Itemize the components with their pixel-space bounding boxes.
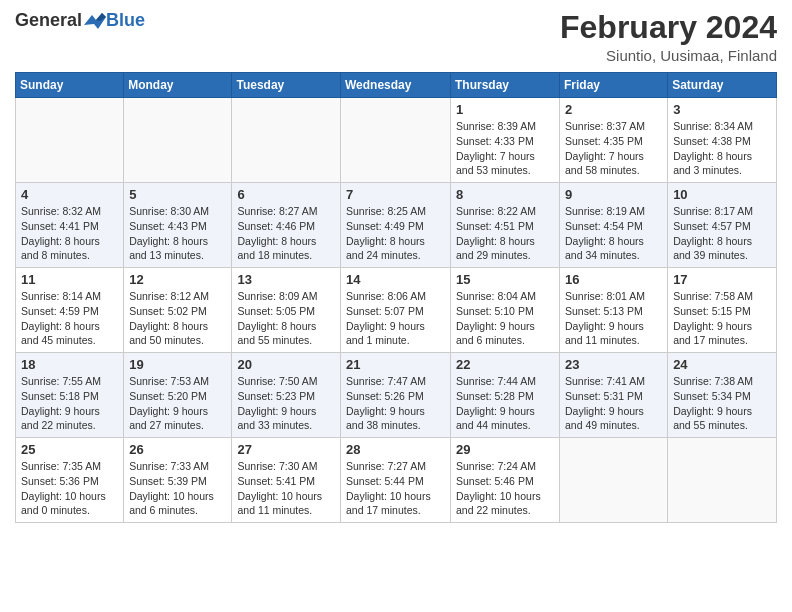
calendar-week-row: 18Sunrise: 7:55 AM Sunset: 5:18 PM Dayli…: [16, 353, 777, 438]
calendar-cell: [16, 98, 124, 183]
day-info: Sunrise: 8:01 AM Sunset: 5:13 PM Dayligh…: [565, 289, 662, 348]
calendar-cell: 17Sunrise: 7:58 AM Sunset: 5:15 PM Dayli…: [668, 268, 777, 353]
day-info: Sunrise: 7:55 AM Sunset: 5:18 PM Dayligh…: [21, 374, 118, 433]
calendar-cell: 5Sunrise: 8:30 AM Sunset: 4:43 PM Daylig…: [124, 183, 232, 268]
day-number: 15: [456, 272, 554, 287]
day-info: Sunrise: 8:34 AM Sunset: 4:38 PM Dayligh…: [673, 119, 771, 178]
day-info: Sunrise: 8:17 AM Sunset: 4:57 PM Dayligh…: [673, 204, 771, 263]
header: General Blue February 2024 Siuntio, Uusi…: [15, 10, 777, 64]
day-number: 19: [129, 357, 226, 372]
calendar-cell: 29Sunrise: 7:24 AM Sunset: 5:46 PM Dayli…: [451, 438, 560, 523]
day-info: Sunrise: 8:32 AM Sunset: 4:41 PM Dayligh…: [21, 204, 118, 263]
calendar-week-row: 1Sunrise: 8:39 AM Sunset: 4:33 PM Daylig…: [16, 98, 777, 183]
svg-marker-1: [96, 13, 106, 21]
day-number: 26: [129, 442, 226, 457]
day-number: 16: [565, 272, 662, 287]
weekday-header-friday: Friday: [560, 73, 668, 98]
calendar-cell: 19Sunrise: 7:53 AM Sunset: 5:20 PM Dayli…: [124, 353, 232, 438]
day-number: 5: [129, 187, 226, 202]
day-number: 2: [565, 102, 662, 117]
day-info: Sunrise: 8:22 AM Sunset: 4:51 PM Dayligh…: [456, 204, 554, 263]
weekday-header-saturday: Saturday: [668, 73, 777, 98]
day-info: Sunrise: 7:44 AM Sunset: 5:28 PM Dayligh…: [456, 374, 554, 433]
calendar-week-row: 25Sunrise: 7:35 AM Sunset: 5:36 PM Dayli…: [16, 438, 777, 523]
day-info: Sunrise: 7:35 AM Sunset: 5:36 PM Dayligh…: [21, 459, 118, 518]
calendar-cell: 6Sunrise: 8:27 AM Sunset: 4:46 PM Daylig…: [232, 183, 341, 268]
day-info: Sunrise: 7:53 AM Sunset: 5:20 PM Dayligh…: [129, 374, 226, 433]
day-number: 13: [237, 272, 335, 287]
day-number: 11: [21, 272, 118, 287]
day-number: 12: [129, 272, 226, 287]
day-info: Sunrise: 8:37 AM Sunset: 4:35 PM Dayligh…: [565, 119, 662, 178]
calendar-cell: 9Sunrise: 8:19 AM Sunset: 4:54 PM Daylig…: [560, 183, 668, 268]
day-info: Sunrise: 7:38 AM Sunset: 5:34 PM Dayligh…: [673, 374, 771, 433]
calendar-cell: [341, 98, 451, 183]
calendar-cell: 23Sunrise: 7:41 AM Sunset: 5:31 PM Dayli…: [560, 353, 668, 438]
day-info: Sunrise: 7:47 AM Sunset: 5:26 PM Dayligh…: [346, 374, 445, 433]
day-number: 24: [673, 357, 771, 372]
day-number: 4: [21, 187, 118, 202]
day-number: 18: [21, 357, 118, 372]
calendar-cell: 13Sunrise: 8:09 AM Sunset: 5:05 PM Dayli…: [232, 268, 341, 353]
calendar-cell: 11Sunrise: 8:14 AM Sunset: 4:59 PM Dayli…: [16, 268, 124, 353]
calendar-cell: 10Sunrise: 8:17 AM Sunset: 4:57 PM Dayli…: [668, 183, 777, 268]
day-number: 21: [346, 357, 445, 372]
calendar-cell: 27Sunrise: 7:30 AM Sunset: 5:41 PM Dayli…: [232, 438, 341, 523]
calendar-cell: 4Sunrise: 8:32 AM Sunset: 4:41 PM Daylig…: [16, 183, 124, 268]
calendar-cell: 21Sunrise: 7:47 AM Sunset: 5:26 PM Dayli…: [341, 353, 451, 438]
day-number: 20: [237, 357, 335, 372]
logo-blue-text: Blue: [106, 10, 145, 31]
title-location: Siuntio, Uusimaa, Finland: [560, 47, 777, 64]
calendar-cell: 2Sunrise: 8:37 AM Sunset: 4:35 PM Daylig…: [560, 98, 668, 183]
page: General Blue February 2024 Siuntio, Uusi…: [0, 0, 792, 612]
calendar-header-row: SundayMondayTuesdayWednesdayThursdayFrid…: [16, 73, 777, 98]
weekday-header-wednesday: Wednesday: [341, 73, 451, 98]
calendar-cell: 3Sunrise: 8:34 AM Sunset: 4:38 PM Daylig…: [668, 98, 777, 183]
calendar-week-row: 4Sunrise: 8:32 AM Sunset: 4:41 PM Daylig…: [16, 183, 777, 268]
logo: General Blue: [15, 10, 145, 31]
calendar-cell: [668, 438, 777, 523]
day-number: 8: [456, 187, 554, 202]
day-info: Sunrise: 7:24 AM Sunset: 5:46 PM Dayligh…: [456, 459, 554, 518]
day-number: 14: [346, 272, 445, 287]
calendar-cell: 7Sunrise: 8:25 AM Sunset: 4:49 PM Daylig…: [341, 183, 451, 268]
calendar-cell: 14Sunrise: 8:06 AM Sunset: 5:07 PM Dayli…: [341, 268, 451, 353]
title-month: February 2024: [560, 10, 777, 45]
calendar-table: SundayMondayTuesdayWednesdayThursdayFrid…: [15, 72, 777, 523]
logo-general-text: General: [15, 10, 82, 31]
calendar-cell: [560, 438, 668, 523]
calendar-cell: [124, 98, 232, 183]
day-info: Sunrise: 8:25 AM Sunset: 4:49 PM Dayligh…: [346, 204, 445, 263]
calendar-cell: 22Sunrise: 7:44 AM Sunset: 5:28 PM Dayli…: [451, 353, 560, 438]
calendar-cell: 12Sunrise: 8:12 AM Sunset: 5:02 PM Dayli…: [124, 268, 232, 353]
calendar-cell: 16Sunrise: 8:01 AM Sunset: 5:13 PM Dayli…: [560, 268, 668, 353]
day-info: Sunrise: 8:19 AM Sunset: 4:54 PM Dayligh…: [565, 204, 662, 263]
day-number: 27: [237, 442, 335, 457]
day-info: Sunrise: 8:14 AM Sunset: 4:59 PM Dayligh…: [21, 289, 118, 348]
day-info: Sunrise: 7:27 AM Sunset: 5:44 PM Dayligh…: [346, 459, 445, 518]
calendar-cell: [232, 98, 341, 183]
day-info: Sunrise: 8:12 AM Sunset: 5:02 PM Dayligh…: [129, 289, 226, 348]
day-number: 28: [346, 442, 445, 457]
day-info: Sunrise: 7:58 AM Sunset: 5:15 PM Dayligh…: [673, 289, 771, 348]
day-info: Sunrise: 8:39 AM Sunset: 4:33 PM Dayligh…: [456, 119, 554, 178]
day-info: Sunrise: 7:30 AM Sunset: 5:41 PM Dayligh…: [237, 459, 335, 518]
day-info: Sunrise: 7:50 AM Sunset: 5:23 PM Dayligh…: [237, 374, 335, 433]
day-number: 25: [21, 442, 118, 457]
logo-bird-icon: [84, 11, 106, 29]
day-number: 1: [456, 102, 554, 117]
day-number: 6: [237, 187, 335, 202]
weekday-header-sunday: Sunday: [16, 73, 124, 98]
calendar-cell: 26Sunrise: 7:33 AM Sunset: 5:39 PM Dayli…: [124, 438, 232, 523]
day-number: 7: [346, 187, 445, 202]
day-info: Sunrise: 8:27 AM Sunset: 4:46 PM Dayligh…: [237, 204, 335, 263]
day-info: Sunrise: 8:04 AM Sunset: 5:10 PM Dayligh…: [456, 289, 554, 348]
day-number: 9: [565, 187, 662, 202]
calendar-week-row: 11Sunrise: 8:14 AM Sunset: 4:59 PM Dayli…: [16, 268, 777, 353]
day-number: 23: [565, 357, 662, 372]
day-number: 17: [673, 272, 771, 287]
day-info: Sunrise: 8:06 AM Sunset: 5:07 PM Dayligh…: [346, 289, 445, 348]
calendar-cell: 20Sunrise: 7:50 AM Sunset: 5:23 PM Dayli…: [232, 353, 341, 438]
day-info: Sunrise: 8:09 AM Sunset: 5:05 PM Dayligh…: [237, 289, 335, 348]
weekday-header-thursday: Thursday: [451, 73, 560, 98]
